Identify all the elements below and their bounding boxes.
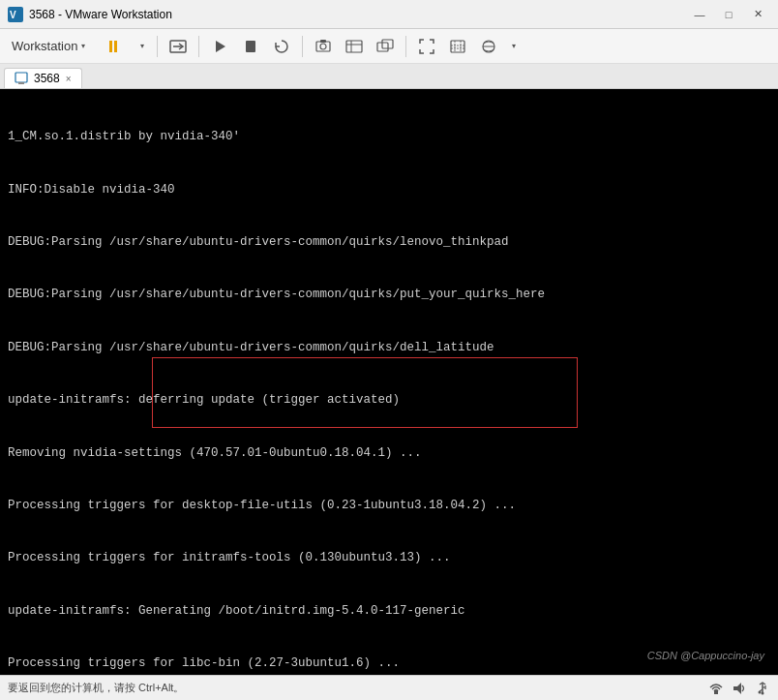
vm-tab-icon [15, 72, 28, 85]
send-ctrl-alt-del-button[interactable] [164, 33, 193, 60]
close-button[interactable]: ✕ [745, 5, 770, 24]
svg-marker-25 [733, 683, 741, 694]
restart-icon [273, 38, 290, 55]
terminal-line-9: update-initramfs: Generating /boot/initr… [8, 602, 770, 620]
maximize-button[interactable]: □ [716, 5, 741, 24]
title-bar: V 3568 - VMware Workstation — □ ✕ [0, 0, 778, 29]
ctrl-alt-del-icon [169, 38, 187, 55]
workstation-label: Workstation [12, 39, 77, 53]
unity-icon [480, 38, 497, 55]
terminal-line-0: 1_CM.so.1.distrib by nvidia-340' [8, 128, 770, 145]
tab-bar: 3568 × [0, 64, 778, 89]
terminal-line-2: DEBUG:Parsing /usr/share/ubuntu-drivers-… [8, 233, 770, 251]
pause-icon [109, 41, 117, 52]
fullscreen-icon [418, 38, 435, 55]
csdn-watermark: CSDN @Cappuccino-jay [647, 650, 764, 661]
title-bar-left: V 3568 - VMware Workstation [8, 7, 172, 22]
power-on-button[interactable] [205, 33, 234, 60]
workstation-dropdown-arrow: ▾ [81, 42, 85, 50]
toolbar-separator-1 [157, 36, 158, 57]
power-on-icon [211, 38, 228, 55]
svg-text:V: V [10, 10, 16, 20]
terminal-line-5: update-initramfs: deferring update (trig… [8, 391, 770, 409]
svg-point-31 [762, 691, 764, 694]
tab-label: 3568 [34, 72, 60, 85]
clone-icon [376, 38, 394, 55]
workstation-menu-button[interactable]: Workstation ▾ [4, 35, 93, 57]
title-bar-text: 3568 - VMware Workstation [29, 8, 172, 21]
unity-button[interactable] [474, 33, 503, 60]
svg-rect-5 [246, 41, 255, 52]
svg-point-7 [320, 44, 326, 49]
restart-button[interactable] [267, 33, 296, 60]
usb-status-icon[interactable] [755, 681, 770, 696]
toolbar-separator-3 [302, 36, 303, 57]
fullscreen-button[interactable] [412, 33, 441, 60]
svg-marker-4 [216, 41, 225, 52]
pause-dropdown-arrow: ▾ [140, 42, 144, 50]
fit-guest-button[interactable] [443, 33, 472, 60]
status-left-text: 要返回到您的计算机，请按 Ctrl+Alt。 [8, 681, 184, 695]
clone-button[interactable] [371, 33, 400, 60]
svg-rect-14 [451, 41, 464, 52]
svg-point-30 [759, 690, 762, 693]
toolbar-separator-2 [198, 36, 199, 57]
sound-status-icon[interactable] [732, 681, 747, 696]
terminal-area[interactable]: 1_CM.so.1.distrib by nvidia-340' INFO:Di… [0, 89, 778, 675]
svg-rect-21 [15, 73, 27, 82]
power-off-button[interactable] [236, 33, 265, 60]
tab-close-button[interactable]: × [66, 74, 72, 84]
power-off-icon [242, 38, 259, 55]
terminal-line-6: Removing nvidia-settings (470.57.01-0ubu… [8, 444, 770, 462]
network-status-icon[interactable] [708, 681, 724, 696]
status-bar: 要返回到您的计算机，请按 Ctrl+Alt。 [0, 675, 778, 700]
terminal-line-1: INFO:Disable nvidia-340 [8, 181, 770, 198]
terminal-line-8: Processing triggers for initramfs-tools … [8, 549, 770, 566]
terminal-output: 1_CM.so.1.distrib by nvidia-340' INFO:Di… [8, 93, 770, 675]
svg-rect-9 [346, 41, 362, 52]
terminal-line-4: DEBUG:Parsing /usr/share/ubuntu-drivers-… [8, 339, 770, 356]
pause-dropdown-button[interactable]: ▾ [134, 33, 151, 60]
terminal-line-3: DEBUG:Parsing /usr/share/ubuntu-drivers-… [8, 286, 770, 303]
svg-rect-8 [320, 40, 326, 43]
app-icon: V [8, 7, 23, 22]
unity-dropdown-button[interactable]: ▾ [505, 33, 523, 60]
title-bar-controls: — □ ✕ [687, 5, 770, 24]
minimize-button[interactable]: — [687, 5, 712, 24]
fit-guest-icon [449, 38, 466, 55]
svg-rect-22 [18, 82, 24, 84]
status-right [708, 681, 770, 696]
toolbar-separator-4 [405, 36, 406, 57]
snapshot-button[interactable] [309, 33, 338, 60]
pause-button[interactable] [95, 33, 132, 60]
terminal-line-7: Processing triggers for desktop-file-uti… [8, 497, 770, 514]
toolbar: Workstation ▾ ▾ [0, 29, 778, 64]
vm-tab[interactable]: 3568 × [4, 68, 82, 88]
snapshot-manager-button[interactable] [340, 33, 369, 60]
unity-dropdown-arrow: ▾ [512, 42, 516, 50]
snapshot-manager-icon [345, 38, 363, 55]
snapshot-icon [314, 38, 332, 55]
